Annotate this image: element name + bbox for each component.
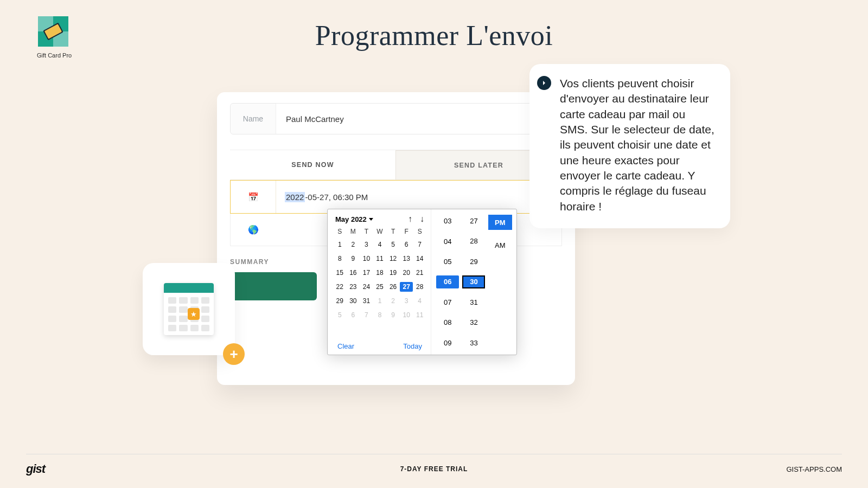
hours-option[interactable]: 07: [436, 296, 459, 309]
chevron-right-icon: [537, 76, 551, 90]
hours-option[interactable]: 04: [436, 235, 459, 247]
hours-option[interactable]: 08: [436, 316, 459, 329]
calendar-day[interactable]: 16: [347, 268, 360, 278]
calendar-day[interactable]: 28: [413, 282, 426, 292]
calendar-day[interactable]: 5: [386, 240, 400, 249]
calendar-day[interactable]: 6: [400, 240, 413, 249]
calendar-day[interactable]: 10: [360, 254, 373, 264]
calendar-day[interactable]: 12: [386, 254, 400, 264]
globe-icon: 🌎: [231, 214, 276, 246]
calendar-illustration: ★ +: [143, 263, 235, 355]
minutes-option[interactable]: 27: [462, 215, 485, 227]
date-input[interactable]: 2022-05-27, 06:30 PM: [276, 192, 561, 202]
calendar-weekday: F: [400, 228, 413, 235]
calendar-weekday: S: [333, 228, 347, 235]
calendar-day[interactable]: 18: [373, 268, 387, 278]
calendar-day[interactable]: 9: [386, 310, 400, 320]
calendar-day[interactable]: 22: [333, 282, 347, 292]
calendar-grid: SMTWTFS123456789101112131415161718192021…: [332, 227, 427, 321]
minutes-option[interactable]: 30: [462, 275, 485, 288]
feature-callout: Vos clients peuvent choisir d'envoyer au…: [529, 64, 730, 228]
minutes-option[interactable]: 32: [462, 316, 485, 329]
date-input-text: 2022-05-27, 06:30 PM: [285, 192, 368, 202]
calendar-weekday: T: [386, 228, 400, 235]
tab-send-now[interactable]: SEND NOW: [230, 150, 395, 179]
caret-down-icon: [369, 218, 373, 221]
name-field-row: Name Paul McCartney: [230, 103, 562, 134]
calendar-day[interactable]: 24: [360, 282, 373, 292]
name-input[interactable]: Paul McCartney: [276, 114, 561, 124]
minutes-option[interactable]: 31: [462, 296, 485, 309]
calendar-day[interactable]: 3: [400, 296, 413, 306]
datetime-picker: May 2022 ↑ ↓ SMTWTFS12345678910111213141…: [327, 209, 517, 355]
calendar-day[interactable]: 27: [400, 282, 413, 292]
minutes-option[interactable]: 29: [462, 255, 485, 268]
calendar-day[interactable]: 23: [347, 282, 360, 292]
calendar-day[interactable]: 20: [400, 268, 413, 278]
calendar-day[interactable]: 2: [386, 296, 400, 306]
calendar-weekday: S: [413, 228, 426, 235]
page-footer: gist 7-DAY FREE TRIAL GIST-APPS.COM: [26, 454, 842, 476]
calendar-day[interactable]: 6: [347, 310, 360, 320]
calendar-day[interactable]: 11: [373, 254, 387, 264]
calendar-day[interactable]: 30: [347, 296, 360, 306]
minute-column: 27282930313233: [461, 215, 487, 349]
calendar-day[interactable]: 11: [413, 310, 426, 320]
page-title: Programmer L'envoi: [0, 20, 868, 52]
summary-action-button[interactable]: [230, 272, 317, 300]
hours-option[interactable]: 05: [436, 255, 459, 268]
callout-text: Vos clients peuvent choisir d'envoyer au…: [560, 76, 716, 214]
mini-calendar-icon: ★: [164, 283, 214, 335]
calendar-day[interactable]: 5: [333, 310, 347, 320]
calendar-day[interactable]: 9: [347, 254, 360, 264]
calendar-day[interactable]: 26: [386, 282, 400, 292]
calendar-weekday: W: [373, 228, 387, 235]
ampm-column: PMAM: [487, 215, 513, 349]
calendar-day[interactable]: 1: [373, 296, 387, 306]
calendar-day[interactable]: 14: [413, 254, 426, 264]
calendar-today-link[interactable]: Today: [403, 342, 422, 350]
calendar-day[interactable]: 29: [333, 296, 347, 306]
calendar-day[interactable]: 13: [400, 254, 413, 264]
hours-option[interactable]: 03: [436, 215, 459, 227]
app-logo-label: Gift Card Pro: [37, 52, 69, 59]
calendar-day[interactable]: 3: [360, 240, 373, 249]
calendar-day[interactable]: 19: [386, 268, 400, 278]
calendar-day[interactable]: 8: [373, 310, 387, 320]
calendar-day[interactable]: 17: [360, 268, 373, 278]
calendar-day[interactable]: 2: [347, 240, 360, 249]
plus-icon: +: [223, 343, 245, 365]
hours-option[interactable]: 09: [436, 337, 459, 349]
calendar-clear-link[interactable]: Clear: [337, 342, 354, 350]
hour-column: 03040506070809: [435, 215, 461, 349]
calendar-weekday: M: [347, 228, 360, 235]
next-month-icon[interactable]: ↓: [420, 215, 424, 223]
minutes-option[interactable]: 33: [462, 337, 485, 349]
calendar-day[interactable]: 21: [413, 268, 426, 278]
calendar-day[interactable]: 1: [333, 240, 347, 249]
ampm-option[interactable]: AM: [488, 237, 512, 253]
name-label: Name: [231, 104, 276, 134]
calendar-day[interactable]: 8: [333, 254, 347, 264]
send-tabs: SEND NOW SEND LATER: [230, 150, 562, 180]
footer-trial-text: 7-DAY FREE TRIAL: [26, 465, 842, 473]
calendar-day[interactable]: 4: [373, 240, 387, 249]
calendar-weekday: T: [360, 228, 373, 235]
hours-option[interactable]: 06: [436, 275, 459, 288]
ampm-option[interactable]: PM: [488, 215, 512, 230]
prev-month-icon[interactable]: ↑: [408, 215, 412, 223]
calendar-day[interactable]: 7: [413, 240, 426, 249]
calendar-day[interactable]: 7: [360, 310, 373, 320]
calendar-day[interactable]: 4: [413, 296, 426, 306]
calendar-day[interactable]: 25: [373, 282, 387, 292]
calendar-day[interactable]: 10: [400, 310, 413, 320]
calendar-day[interactable]: 31: [360, 296, 373, 306]
star-icon: ★: [188, 308, 200, 320]
calendar-emoji-icon: 📅: [231, 181, 276, 213]
time-pane: 03040506070809 27282930313233 PMAM: [431, 209, 516, 355]
minutes-option[interactable]: 28: [462, 235, 485, 247]
calendar-day[interactable]: 15: [333, 268, 347, 278]
calendar-month-selector[interactable]: May 2022: [335, 215, 373, 223]
calendar-pane: May 2022 ↑ ↓ SMTWTFS12345678910111213141…: [328, 209, 431, 355]
